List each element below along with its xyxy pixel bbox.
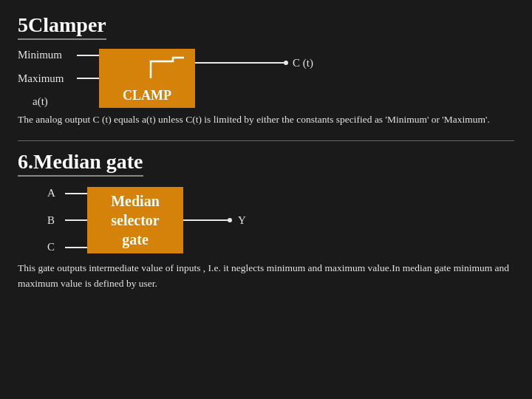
- at-row: a(t): [18, 95, 99, 108]
- clamp-output-line: [195, 62, 284, 64]
- clamp-input-labels: Minimum Maximum a(t): [18, 49, 99, 108]
- clamp-box-label: CLAMP: [123, 88, 171, 106]
- output-dot: [284, 61, 288, 65]
- section5: 5Clamper Minimum Maximum a(t): [18, 13, 514, 127]
- clamp-diagram: Minimum Maximum a(t) CLAMP: [18, 49, 514, 108]
- input-A-label: A: [47, 187, 65, 200]
- median-input-C: C: [47, 241, 87, 253]
- section6-title: 6.Median gate: [18, 150, 143, 177]
- section6: 6.Median gate A B C Medianselecto: [18, 150, 514, 291]
- output-label: C (t): [293, 57, 313, 69]
- clamp-box: CLAMP: [99, 49, 195, 108]
- median-input-B: B: [47, 214, 87, 227]
- clamp-symbol-icon: [147, 54, 188, 82]
- median-output-label: Y: [238, 214, 246, 227]
- median-inputs: A B C: [47, 187, 87, 253]
- section-divider: [18, 140, 514, 141]
- section5-title: 5Clamper: [18, 13, 106, 40]
- input-C-line: [65, 247, 87, 248]
- minimum-line: [77, 55, 99, 56]
- page: 5Clamper Minimum Maximum a(t): [0, 0, 532, 399]
- maximum-line: [77, 78, 99, 79]
- median-description: This gate outputs intermediate value of …: [18, 261, 514, 291]
- median-box-text: Medianselectorgate: [111, 191, 160, 249]
- input-A-line: [65, 193, 87, 194]
- input-C-label: C: [47, 241, 65, 253]
- clamp-description: The analog output C (t) equals a(t) unle…: [18, 112, 514, 127]
- median-input-A: A: [47, 187, 87, 200]
- median-output-line: [183, 219, 228, 221]
- input-B-label: B: [47, 214, 65, 227]
- at-label: a(t): [18, 95, 77, 108]
- median-output-dot: [228, 218, 232, 222]
- minimum-row: Minimum: [18, 49, 99, 61]
- median-box: Medianselectorgate: [87, 187, 183, 253]
- minimum-label: Minimum: [18, 49, 77, 61]
- input-B-line: [65, 219, 87, 221]
- maximum-label: Maximum: [18, 72, 77, 85]
- maximum-row: Maximum: [18, 72, 99, 85]
- median-diagram: A B C Medianselectorgate Y: [47, 187, 514, 253]
